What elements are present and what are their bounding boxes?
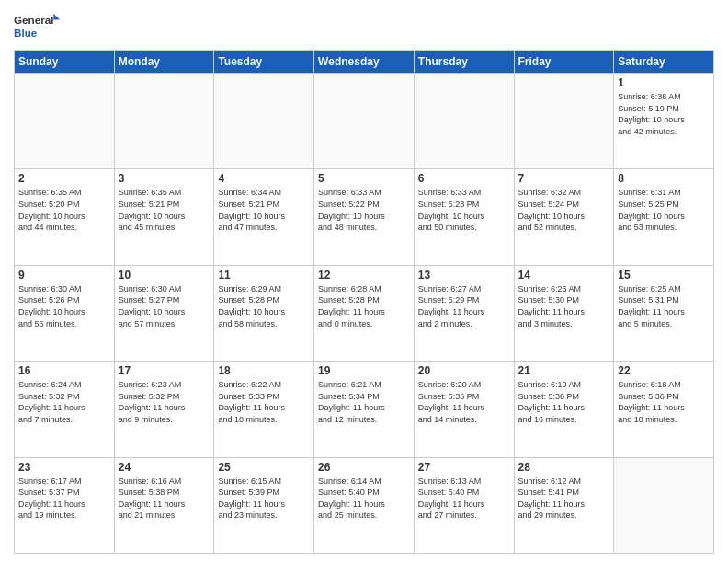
day-number: 3: [119, 172, 210, 185]
day-number: 26: [318, 461, 410, 474]
calendar-header-tuesday: Tuesday: [214, 51, 314, 74]
day-number: 20: [418, 364, 510, 377]
day-number: 7: [518, 172, 610, 185]
day-info: Sunrise: 6:35 AM Sunset: 5:20 PM Dayligh…: [18, 187, 110, 233]
day-info: Sunrise: 6:14 AM Sunset: 5:40 PM Dayligh…: [318, 476, 410, 522]
day-info: Sunrise: 6:17 AM Sunset: 5:37 PM Dayligh…: [18, 476, 110, 522]
day-number: 13: [418, 269, 510, 282]
day-info: Sunrise: 6:20 AM Sunset: 5:35 PM Dayligh…: [418, 379, 510, 425]
day-info: Sunrise: 6:18 AM Sunset: 5:36 PM Dayligh…: [618, 379, 710, 425]
calendar-cell: 9Sunrise: 6:30 AM Sunset: 5:26 PM Daylig…: [15, 265, 115, 361]
calendar-week-1: 1Sunrise: 6:36 AM Sunset: 5:19 PM Daylig…: [15, 74, 714, 169]
day-number: 5: [318, 172, 410, 185]
day-number: 19: [318, 364, 410, 377]
day-number: 15: [618, 269, 710, 282]
calendar-cell: 23Sunrise: 6:17 AM Sunset: 5:37 PM Dayli…: [15, 457, 115, 553]
day-info: Sunrise: 6:16 AM Sunset: 5:38 PM Dayligh…: [119, 476, 210, 522]
day-info: Sunrise: 6:30 AM Sunset: 5:27 PM Dayligh…: [119, 283, 210, 329]
day-number: 14: [518, 269, 610, 282]
day-number: 24: [119, 461, 210, 474]
calendar-cell: [314, 74, 415, 169]
calendar-cell: 10Sunrise: 6:30 AM Sunset: 5:27 PM Dayli…: [114, 265, 214, 361]
day-number: 9: [18, 269, 110, 282]
day-number: 17: [119, 364, 210, 377]
day-info: Sunrise: 6:28 AM Sunset: 5:28 PM Dayligh…: [318, 283, 410, 329]
day-info: Sunrise: 6:25 AM Sunset: 5:31 PM Dayligh…: [618, 283, 710, 329]
calendar-cell: 12Sunrise: 6:28 AM Sunset: 5:28 PM Dayli…: [314, 265, 415, 361]
calendar-cell: 28Sunrise: 6:12 AM Sunset: 5:41 PM Dayli…: [514, 457, 614, 553]
calendar-cell: 14Sunrise: 6:26 AM Sunset: 5:30 PM Dayli…: [514, 265, 614, 361]
day-number: 11: [218, 269, 310, 282]
calendar-cell: 13Sunrise: 6:27 AM Sunset: 5:29 PM Dayli…: [414, 265, 514, 361]
calendar-week-4: 16Sunrise: 6:24 AM Sunset: 5:32 PM Dayli…: [15, 362, 714, 457]
day-info: Sunrise: 6:33 AM Sunset: 5:22 PM Dayligh…: [318, 187, 410, 233]
day-number: 1: [618, 76, 710, 89]
calendar-header-row: SundayMondayTuesdayWednesdayThursdayFrid…: [15, 51, 714, 74]
day-number: 6: [418, 172, 510, 185]
calendar-cell: 18Sunrise: 6:22 AM Sunset: 5:33 PM Dayli…: [214, 362, 314, 457]
calendar-table: SundayMondayTuesdayWednesdayThursdayFrid…: [14, 50, 714, 554]
calendar-cell: 16Sunrise: 6:24 AM Sunset: 5:32 PM Dayli…: [15, 362, 115, 457]
calendar-cell: [614, 457, 714, 553]
header: General Blue: [14, 9, 714, 44]
day-number: 4: [218, 172, 310, 185]
day-number: 2: [18, 172, 110, 185]
day-info: Sunrise: 6:35 AM Sunset: 5:21 PM Dayligh…: [119, 187, 210, 233]
svg-text:Blue: Blue: [14, 27, 38, 39]
calendar-week-5: 23Sunrise: 6:17 AM Sunset: 5:37 PM Dayli…: [15, 457, 714, 553]
calendar-cell: 4Sunrise: 6:34 AM Sunset: 5:21 PM Daylig…: [214, 169, 314, 265]
svg-marker-2: [53, 14, 60, 20]
calendar-cell: 11Sunrise: 6:29 AM Sunset: 5:28 PM Dayli…: [214, 265, 314, 361]
calendar-cell: [15, 74, 115, 169]
day-info: Sunrise: 6:36 AM Sunset: 5:19 PM Dayligh…: [618, 91, 710, 137]
day-number: 18: [218, 364, 310, 377]
calendar-week-3: 9Sunrise: 6:30 AM Sunset: 5:26 PM Daylig…: [15, 265, 714, 361]
day-number: 25: [218, 461, 310, 474]
calendar-week-2: 2Sunrise: 6:35 AM Sunset: 5:20 PM Daylig…: [15, 169, 714, 265]
calendar-cell: 25Sunrise: 6:15 AM Sunset: 5:39 PM Dayli…: [214, 457, 314, 553]
logo-svg: General Blue: [14, 9, 60, 44]
calendar-cell: 17Sunrise: 6:23 AM Sunset: 5:32 PM Dayli…: [114, 362, 214, 457]
day-number: 12: [318, 269, 410, 282]
svg-text:General: General: [14, 15, 53, 27]
day-info: Sunrise: 6:19 AM Sunset: 5:36 PM Dayligh…: [518, 379, 610, 425]
day-number: 22: [618, 364, 710, 377]
day-number: 21: [518, 364, 610, 377]
day-info: Sunrise: 6:30 AM Sunset: 5:26 PM Dayligh…: [18, 283, 110, 329]
calendar-cell: 15Sunrise: 6:25 AM Sunset: 5:31 PM Dayli…: [614, 265, 714, 361]
calendar-cell: 7Sunrise: 6:32 AM Sunset: 5:24 PM Daylig…: [514, 169, 614, 265]
day-info: Sunrise: 6:12 AM Sunset: 5:41 PM Dayligh…: [518, 476, 610, 522]
calendar-cell: 1Sunrise: 6:36 AM Sunset: 5:19 PM Daylig…: [614, 74, 714, 169]
calendar-cell: 8Sunrise: 6:31 AM Sunset: 5:25 PM Daylig…: [614, 169, 714, 265]
calendar-cell: 2Sunrise: 6:35 AM Sunset: 5:20 PM Daylig…: [15, 169, 115, 265]
calendar-cell: 24Sunrise: 6:16 AM Sunset: 5:38 PM Dayli…: [114, 457, 214, 553]
calendar-header-thursday: Thursday: [414, 51, 514, 74]
day-info: Sunrise: 6:29 AM Sunset: 5:28 PM Dayligh…: [218, 283, 310, 329]
calendar-header-monday: Monday: [114, 51, 214, 74]
calendar-cell: 3Sunrise: 6:35 AM Sunset: 5:21 PM Daylig…: [114, 169, 214, 265]
calendar-header-wednesday: Wednesday: [314, 51, 415, 74]
day-info: Sunrise: 6:32 AM Sunset: 5:24 PM Dayligh…: [518, 187, 610, 233]
calendar-cell: 27Sunrise: 6:13 AM Sunset: 5:40 PM Dayli…: [414, 457, 514, 553]
calendar-cell: [114, 74, 214, 169]
day-number: 28: [518, 461, 610, 474]
day-info: Sunrise: 6:34 AM Sunset: 5:21 PM Dayligh…: [218, 187, 310, 233]
day-number: 8: [618, 172, 710, 185]
calendar-cell: [514, 74, 614, 169]
day-info: Sunrise: 6:23 AM Sunset: 5:32 PM Dayligh…: [119, 379, 210, 425]
day-info: Sunrise: 6:26 AM Sunset: 5:30 PM Dayligh…: [518, 283, 610, 329]
calendar-cell: [414, 74, 514, 169]
day-info: Sunrise: 6:13 AM Sunset: 5:40 PM Dayligh…: [418, 476, 510, 522]
day-info: Sunrise: 6:33 AM Sunset: 5:23 PM Dayligh…: [418, 187, 510, 233]
calendar-header-sunday: Sunday: [15, 51, 115, 74]
day-number: 16: [18, 364, 110, 377]
day-info: Sunrise: 6:27 AM Sunset: 5:29 PM Dayligh…: [418, 283, 510, 329]
calendar-header-friday: Friday: [514, 51, 614, 74]
calendar-cell: 6Sunrise: 6:33 AM Sunset: 5:23 PM Daylig…: [414, 169, 514, 265]
calendar-cell: 22Sunrise: 6:18 AM Sunset: 5:36 PM Dayli…: [614, 362, 714, 457]
day-info: Sunrise: 6:21 AM Sunset: 5:34 PM Dayligh…: [318, 379, 410, 425]
page: General Blue SundayMondayTuesdayWednesda…: [0, 0, 728, 563]
day-info: Sunrise: 6:24 AM Sunset: 5:32 PM Dayligh…: [18, 379, 110, 425]
day-number: 23: [18, 461, 110, 474]
calendar-cell: 21Sunrise: 6:19 AM Sunset: 5:36 PM Dayli…: [514, 362, 614, 457]
